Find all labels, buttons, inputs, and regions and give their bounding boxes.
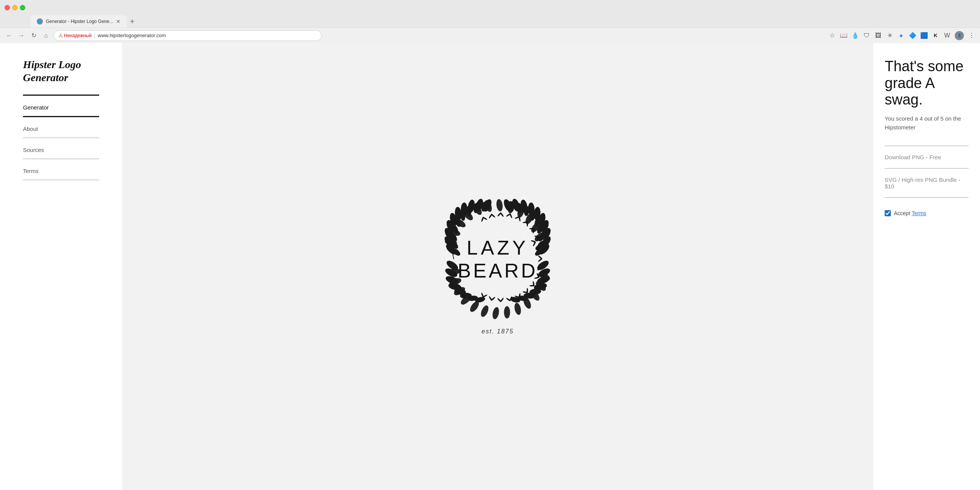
address-text: www.hipsterlogogenerator.com bbox=[98, 33, 166, 38]
logo-text: LAZY BEARD bbox=[457, 236, 537, 282]
social-icon[interactable]: ✳ bbox=[886, 32, 893, 39]
close-button[interactable] bbox=[5, 5, 10, 10]
chrome-icon[interactable]: ● bbox=[897, 32, 905, 39]
address-input-wrap[interactable]: ⚠ Ненадежный | www.hipsterlogogenerator.… bbox=[54, 30, 322, 41]
nav-divider-generator bbox=[23, 116, 99, 117]
swag-heading: That's some grade A swag. bbox=[885, 58, 969, 108]
nav-divider-terms bbox=[23, 180, 99, 180]
browser-chrome: 🌐 Generator - Hipster Logo Gene... ✕ + ←… bbox=[0, 0, 980, 43]
extension2-icon[interactable]: 🟦 bbox=[920, 32, 928, 39]
maximize-button[interactable] bbox=[20, 5, 25, 10]
refresh-button[interactable]: ↻ bbox=[29, 31, 38, 40]
minimize-button[interactable] bbox=[12, 5, 18, 10]
logo-container: .leaf { fill: #111; } bbox=[417, 198, 578, 335]
extension3-icon[interactable]: K bbox=[932, 32, 939, 39]
extension4-icon[interactable]: W bbox=[943, 32, 951, 39]
page: Hipster Logo Generator Generator About S… bbox=[0, 43, 980, 490]
photos-icon[interactable]: 🖼 bbox=[874, 32, 882, 39]
extension1-icon[interactable]: 🔷 bbox=[909, 32, 916, 39]
panel-divider-3 bbox=[885, 197, 969, 198]
traffic-lights bbox=[5, 5, 25, 10]
sidebar-item-sources[interactable]: Sources bbox=[23, 144, 99, 155]
logo-line1: LAZY bbox=[457, 236, 537, 259]
est-text: est. 1875 bbox=[482, 328, 514, 335]
address-separator: | bbox=[94, 32, 95, 39]
logo-line2: BEARD bbox=[457, 259, 537, 282]
security-warning: ⚠ Ненадежный bbox=[59, 33, 91, 38]
tab-favicon: 🌐 bbox=[37, 18, 43, 24]
home-button[interactable]: ⌂ bbox=[41, 31, 51, 40]
shield-icon[interactable]: 🛡 bbox=[863, 32, 871, 39]
site-title: Hipster Logo Generator bbox=[23, 58, 99, 84]
right-panel: That's some grade A swag. You scored a 4… bbox=[873, 43, 980, 490]
logo-graphic: .leaf { fill: #111; } bbox=[417, 198, 578, 320]
reader-icon[interactable]: 📖 bbox=[840, 32, 848, 39]
bookmark-icon[interactable]: ☆ bbox=[828, 32, 836, 39]
terms-link[interactable]: Terms bbox=[911, 210, 926, 216]
back-button[interactable]: ← bbox=[5, 31, 14, 40]
nav-divider-sources bbox=[23, 158, 99, 159]
active-tab[interactable]: 🌐 Generator - Hipster Logo Gene... ✕ bbox=[31, 15, 127, 28]
toolbar-icons: ☆ 📖 💧 🛡 🖼 ✳ ● 🔷 🟦 K W 👤 ⋮ bbox=[828, 31, 975, 40]
nav-divider-about bbox=[23, 137, 99, 138]
new-tab-button[interactable]: + bbox=[127, 15, 137, 28]
accept-checkbox[interactable] bbox=[885, 210, 891, 216]
nav-divider-top bbox=[23, 95, 99, 96]
sidebar-item-terms[interactable]: Terms bbox=[23, 165, 99, 176]
tab-close-icon[interactable]: ✕ bbox=[116, 18, 121, 24]
hipstometer-text: You scored a 4 out of 5 on the Hipstomet… bbox=[885, 114, 969, 132]
menu-icon[interactable]: ⋮ bbox=[968, 32, 975, 39]
accept-label: Accept Terms bbox=[894, 210, 926, 216]
user-avatar[interactable]: 👤 bbox=[955, 31, 964, 40]
main-content: .leaf { fill: #111; } bbox=[122, 43, 873, 490]
panel-divider-2 bbox=[885, 168, 969, 169]
accept-row: Accept Terms bbox=[885, 210, 969, 216]
download-png-link[interactable]: Download PNG - Free bbox=[885, 154, 969, 160]
address-bar: ← → ↻ ⌂ ⚠ Ненадежный | www.hipsterlogoge… bbox=[0, 28, 980, 43]
tab-title: Generator - Hipster Logo Gene... bbox=[46, 19, 113, 24]
svg-bundle-link[interactable]: SVG / High-res PNG Bundle - $10 bbox=[885, 176, 969, 189]
sidebar: Hipster Logo Generator Generator About S… bbox=[0, 43, 122, 490]
title-bar bbox=[0, 0, 980, 15]
raindrop-icon[interactable]: 💧 bbox=[851, 32, 859, 39]
forward-button[interactable]: → bbox=[17, 31, 26, 40]
sidebar-item-generator[interactable]: Generator bbox=[23, 102, 99, 113]
tab-bar: 🌐 Generator - Hipster Logo Gene... ✕ + bbox=[0, 15, 980, 28]
sidebar-item-about[interactable]: About bbox=[23, 123, 99, 134]
panel-divider-1 bbox=[885, 145, 969, 146]
